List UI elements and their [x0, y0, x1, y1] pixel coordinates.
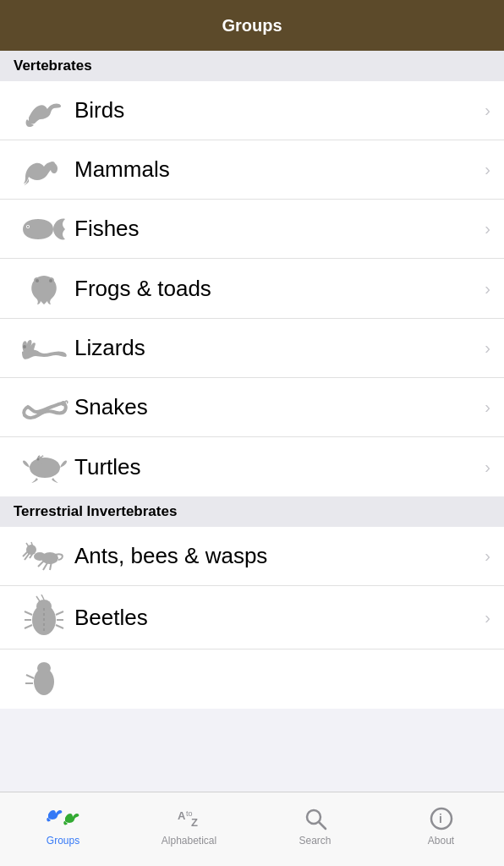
- header-title: Groups: [222, 16, 282, 36]
- lizards-chevron: ›: [485, 338, 490, 358]
- svg-line-32: [41, 595, 44, 600]
- svg-point-35: [37, 662, 51, 674]
- list-item-fishes[interactable]: Fishes ›: [0, 200, 504, 259]
- svg-line-25: [25, 611, 32, 615]
- list-item-beetles[interactable]: Beetles ›: [0, 586, 504, 650]
- app-header: Groups: [0, 0, 504, 51]
- turtles-label: Turtles: [74, 454, 478, 480]
- search-tab-icon: [303, 806, 328, 831]
- tab-about-label: About: [428, 835, 454, 847]
- list-item-ants[interactable]: Ants, bees & wasps ›: [0, 527, 504, 586]
- ants-label: Ants, bees & wasps: [74, 543, 478, 569]
- svg-text:i: i: [439, 812, 442, 825]
- turtle-icon: [14, 449, 74, 485]
- svg-point-7: [23, 345, 26, 348]
- frogs-chevron: ›: [485, 279, 490, 299]
- beetles-chevron: ›: [485, 608, 490, 628]
- fishes-chevron: ›: [485, 219, 490, 238]
- list-item-turtles[interactable]: Turtles ›: [0, 437, 504, 496]
- svg-point-24: [36, 600, 52, 613]
- svg-line-28: [56, 611, 63, 615]
- tab-groups[interactable]: Groups: [0, 806, 126, 853]
- tab-about[interactable]: i About: [378, 806, 504, 853]
- list-item-mammals[interactable]: Mammals ›: [0, 140, 504, 200]
- list-item-frogs[interactable]: Frogs & toads ›: [0, 259, 504, 319]
- mammals-label: Mammals: [74, 156, 478, 183]
- lizards-label: Lizards: [74, 335, 478, 361]
- vertebrates-list: Birds › Mammals ›: [0, 81, 504, 496]
- svg-line-31: [36, 596, 40, 601]
- fish-icon: [14, 214, 74, 244]
- ants-chevron: ›: [485, 546, 490, 566]
- tab-search[interactable]: Search: [252, 806, 378, 853]
- birds-chevron: ›: [485, 101, 490, 120]
- tab-alphabetical-label: Alphabetical: [162, 835, 216, 847]
- turtles-chevron: ›: [485, 458, 490, 477]
- list-item-snakes[interactable]: Snakes ›: [0, 378, 504, 437]
- section-header-terrestrial: Terrestrial Invertebrates: [0, 496, 504, 527]
- alphabetical-tab-icon: A to Z: [174, 806, 205, 831]
- svg-text:A: A: [178, 809, 186, 822]
- svg-point-5: [36, 279, 39, 282]
- snakes-chevron: ›: [485, 397, 490, 417]
- tab-groups-label: Groups: [47, 835, 79, 847]
- beetles-label: Beetles: [74, 605, 478, 631]
- svg-point-11: [37, 458, 40, 461]
- birds-label: Birds: [74, 97, 478, 123]
- svg-line-18: [38, 560, 45, 567]
- tab-bar: Groups A to Z Alphabetical Search i: [0, 792, 504, 866]
- mammal-icon: [14, 153, 74, 187]
- mammals-chevron: ›: [485, 160, 490, 179]
- snake-icon: [14, 392, 74, 424]
- fishes-label: Fishes: [74, 216, 478, 242]
- about-tab-icon: i: [429, 806, 454, 831]
- terrestrial-list: Ants, bees & wasps ›: [0, 527, 504, 709]
- snakes-label: Snakes: [74, 394, 478, 420]
- svg-line-30: [56, 625, 63, 628]
- groups-tab-icon: [47, 806, 80, 831]
- svg-line-27: [25, 625, 32, 628]
- svg-point-0: [50, 162, 55, 167]
- tab-search-label: Search: [299, 835, 331, 847]
- list-item-lizards[interactable]: Lizards ›: [0, 319, 504, 378]
- lizard-icon: [14, 333, 74, 364]
- section-header-vertebrates: Vertebrates: [0, 51, 504, 81]
- beetle-icon: [14, 595, 74, 640]
- bird-icon: [14, 90, 74, 131]
- svg-point-2: [27, 226, 29, 227]
- ant-icon: [14, 538, 74, 575]
- content-area: Vertebrates Birds ›: [0, 51, 504, 792]
- partial-icon: [14, 656, 74, 702]
- svg-line-42: [319, 822, 326, 829]
- tab-alphabetical[interactable]: A to Z Alphabetical: [126, 806, 252, 853]
- list-item-partial[interactable]: [0, 650, 504, 709]
- frogs-label: Frogs & toads: [74, 276, 478, 302]
- svg-point-9: [30, 458, 60, 478]
- svg-point-6: [49, 279, 52, 282]
- frog-icon: [14, 267, 74, 310]
- list-item-birds[interactable]: Birds ›: [0, 81, 504, 140]
- svg-line-36: [26, 675, 34, 678]
- svg-point-10: [36, 457, 43, 465]
- svg-text:Z: Z: [191, 816, 198, 829]
